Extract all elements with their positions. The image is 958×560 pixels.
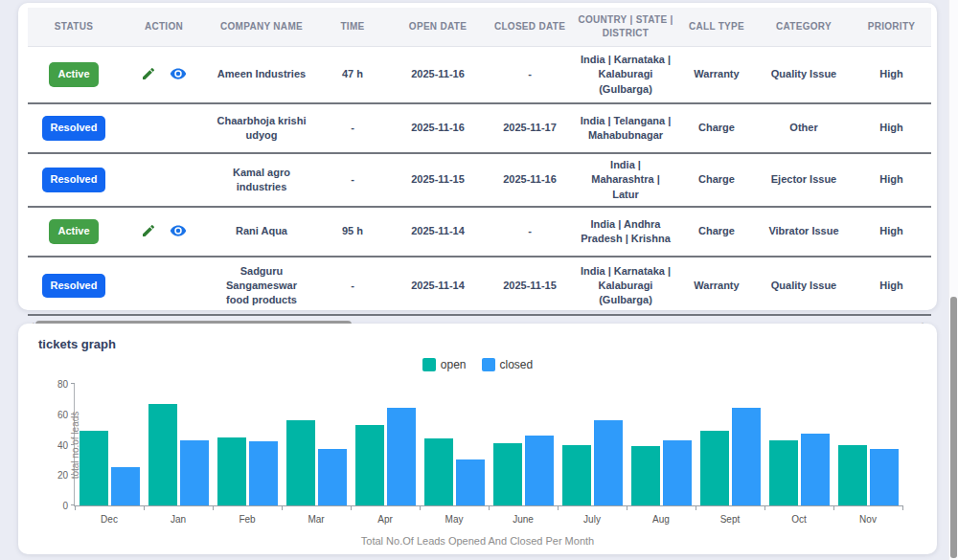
open-series-swatch: [422, 358, 436, 371]
bar-open[interactable]: [769, 440, 798, 505]
closed-date-cell: 2025-11-15: [486, 257, 574, 315]
chart-legend: open closed: [18, 358, 937, 371]
bar-closed[interactable]: [594, 420, 623, 505]
table-header-row: Status Action Company Name Time Open Dat…: [28, 8, 931, 47]
time-cell: 47 h: [315, 47, 390, 104]
legend-item-closed[interactable]: closed: [482, 358, 534, 371]
x-tick-mark: [558, 505, 559, 510]
month-tick-label: Mar: [282, 514, 351, 525]
edit-button[interactable]: [141, 66, 156, 84]
x-tick-mark: [902, 505, 903, 510]
country-cell: India | Telangana | Mahabubnagar: [574, 103, 677, 153]
bar-closed[interactable]: [801, 434, 830, 505]
pencil-icon: [141, 66, 156, 84]
legend-item-open[interactable]: open: [422, 358, 467, 371]
open-date-cell: 2025-11-16: [390, 47, 486, 104]
month-tick-label: Sept: [696, 514, 764, 525]
table-row: Resolved Kamal agro industries - 2025-11…: [28, 153, 931, 207]
y-tick-label: 80: [57, 379, 68, 390]
call-type-cell: Warranty: [677, 47, 756, 104]
bar-open[interactable]: [562, 445, 591, 506]
bar-closed[interactable]: [870, 449, 899, 505]
bar-open[interactable]: [424, 438, 453, 505]
country-cell: India | Karnataka | Kalaburagi (Gulbarga…: [574, 257, 677, 315]
bar-group-july: July: [558, 384, 627, 505]
vertical-scrollbar[interactable]: [948, 0, 958, 560]
edit-button[interactable]: [141, 223, 156, 241]
bar-open[interactable]: [286, 420, 315, 505]
closed-series-swatch: [482, 358, 495, 371]
bar-open[interactable]: [355, 425, 384, 505]
closed-date-cell: 2025-11-17: [486, 103, 574, 153]
chart-title: tickets graph: [18, 324, 937, 351]
bar-closed[interactable]: [732, 408, 761, 505]
x-tick-mark: [213, 505, 214, 510]
bar-open[interactable]: [631, 446, 660, 505]
status-badge: Resolved: [42, 116, 106, 140]
col-header-company-name: Company Name: [208, 8, 315, 47]
x-tick-mark: [282, 505, 283, 510]
col-header-country: Country | State | District: [574, 8, 677, 47]
tickets-table: Status Action Company Name Time Open Dat…: [28, 8, 931, 316]
tickets-graph-card: tickets graph open closed total no.of le…: [18, 324, 937, 554]
month-tick-label: May: [420, 514, 489, 525]
x-tick-mark: [627, 505, 627, 510]
status-badge: Resolved: [42, 274, 106, 298]
bar-closed[interactable]: [387, 408, 416, 505]
call-type-cell: Warranty: [677, 257, 756, 315]
bar-closed[interactable]: [456, 459, 485, 505]
bar-open[interactable]: [838, 445, 867, 506]
legend-label-open: open: [441, 358, 467, 371]
table-row: Active Ameen Industries 47 h 2025-11-16 …: [28, 47, 931, 104]
closed-date-cell: -: [486, 207, 574, 257]
table-row: Active Rani Aqua 95 h 2025-11-14 - India…: [28, 207, 931, 257]
category-cell: Vibrator Issue: [756, 207, 852, 257]
x-tick-mark: [489, 505, 490, 510]
company-name-cell: Chaarbhoja krishi udyog: [208, 103, 315, 153]
legend-label-closed: closed: [500, 358, 534, 371]
month-tick-label: Apr: [351, 514, 420, 525]
chart-bars: DecJanFebMarAprMayJuneJulyAugSeptOctNov: [75, 384, 902, 505]
y-tick-mark: [71, 383, 75, 384]
category-cell: Quality Issue: [756, 257, 852, 315]
col-header-time: Time: [315, 8, 390, 47]
bar-closed[interactable]: [318, 449, 347, 505]
y-tick-label: 0: [62, 501, 68, 511]
bar-open[interactable]: [217, 437, 246, 505]
col-header-status: Status: [28, 8, 120, 47]
category-cell: Ejector Issue: [756, 153, 852, 207]
bar-closed[interactable]: [249, 441, 278, 505]
bar-open[interactable]: [148, 404, 177, 505]
bar-open[interactable]: [80, 431, 108, 505]
col-header-priority: Priority: [852, 8, 931, 47]
bar-closed[interactable]: [111, 467, 140, 505]
bar-group-feb: Feb: [213, 384, 282, 505]
bar-open[interactable]: [700, 431, 729, 505]
y-tick-label: 60: [57, 409, 68, 419]
x-tick-mark: [833, 505, 834, 510]
company-name-cell: Rani Aqua: [208, 207, 315, 257]
status-badge: Active: [49, 62, 98, 86]
bar-group-sept: Sept: [696, 384, 764, 505]
view-button[interactable]: [170, 222, 187, 242]
x-tick-mark: [351, 505, 352, 510]
x-axis-label: Total No.Of Leads Opened And Closed Per …: [18, 535, 937, 547]
priority-cell: High: [852, 257, 931, 315]
x-tick-mark: [75, 505, 76, 510]
col-header-closed-date: Closed Date: [486, 8, 574, 47]
priority-cell: High: [852, 153, 931, 207]
bar-closed[interactable]: [663, 440, 692, 505]
vertical-scrollbar-thumb[interactable]: [950, 297, 957, 558]
view-button[interactable]: [170, 65, 187, 85]
call-type-cell: Charge: [677, 207, 756, 257]
y-tick-mark: [71, 474, 75, 475]
month-tick-label: Dec: [75, 514, 144, 525]
bar-closed[interactable]: [525, 436, 554, 505]
bar-open[interactable]: [493, 443, 522, 505]
category-cell: Other: [756, 103, 852, 153]
bar-closed[interactable]: [180, 440, 209, 505]
country-cell: India | Maharashtra | Latur: [574, 153, 677, 207]
col-header-open-date: Open Date: [390, 8, 486, 47]
x-tick-mark: [144, 505, 145, 510]
priority-cell: High: [852, 47, 931, 104]
